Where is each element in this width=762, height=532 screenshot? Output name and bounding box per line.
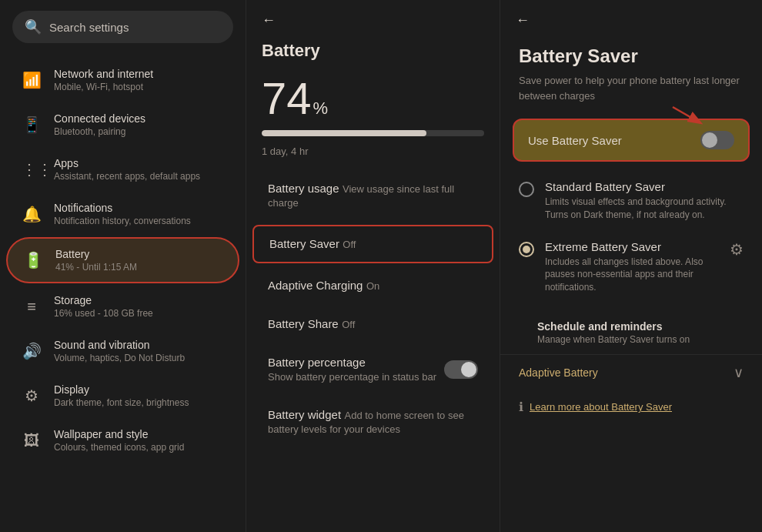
extreme-label: Extreme Battery Saver <box>545 240 730 253</box>
nav-subtitle: Notification history, conversations <box>54 216 191 226</box>
chevron-down-icon: ∨ <box>734 364 744 381</box>
right-panel: ← Battery Saver Save power to help your … <box>500 0 762 532</box>
battery-share-subtitle: Off <box>342 319 355 330</box>
nav-subtitle: 41% - Until 1:15 AM <box>55 262 137 273</box>
battery-usage-item[interactable]: Battery usage View usage since last full… <box>252 171 493 220</box>
nav-title: Wallpaper and style <box>54 428 184 440</box>
battery-percent: % <box>313 99 329 119</box>
learn-more-row[interactable]: ℹ Learn more about Battery Saver <box>500 390 762 423</box>
nav-items: 📶 Network and internet Mobile, Wi-Fi, ho… <box>0 54 246 532</box>
right-header: ← <box>500 0 762 41</box>
volume-icon: 🔊 <box>22 342 42 360</box>
battery-percentage-toggle[interactable] <box>444 360 478 379</box>
nav-subtitle: 16% used - 108 GB free <box>54 308 153 319</box>
standard-battery-saver-option[interactable]: Standard Battery Saver Limits visual eff… <box>500 171 762 231</box>
nav-subtitle: Dark theme, font size, brightness <box>54 397 189 408</box>
battery-icon: 🔋 <box>23 251 43 269</box>
search-icon: 🔍 <box>25 18 42 35</box>
battery-bar-fill <box>262 130 426 136</box>
wifi-icon: 📶 <box>22 71 42 89</box>
schedule-desc: Manage when Battery Saver turns on <box>519 334 744 354</box>
middle-panel: ← Battery 74 % 1 day, 4 hr Battery usage… <box>246 0 500 532</box>
sidebar-item-wallpaper[interactable]: 🖼 Wallpaper and style Colours, themed ic… <box>6 419 239 462</box>
sidebar-item-notifications[interactable]: 🔔 Notifications Notification history, co… <box>6 192 239 236</box>
apps-icon: ⋮⋮ <box>22 160 42 179</box>
extreme-radio[interactable] <box>519 242 534 257</box>
battery-share-item[interactable]: Battery Share Off <box>252 306 493 342</box>
sidebar-item-apps[interactable]: ⋮⋮ Apps Assistant, recent apps, default … <box>6 148 239 191</box>
battery-saver-title: Battery Saver <box>269 237 339 250</box>
battery-time: 1 day, 4 hr <box>246 142 500 169</box>
nav-title: Battery <box>55 248 137 260</box>
standard-desc: Limits visual effects and background act… <box>545 196 744 222</box>
wallpaper-icon: 🖼 <box>22 432 42 450</box>
battery-saver-item[interactable]: Battery Saver Off <box>252 225 493 263</box>
schedule-label: Schedule and reminders <box>519 311 744 334</box>
sidebar-item-battery[interactable]: 🔋 Battery 41% - Until 1:15 AM <box>6 237 239 283</box>
svg-line-0 <box>673 107 700 122</box>
battery-saver-title: Battery Saver <box>500 41 762 73</box>
battery-share-title: Battery Share <box>268 317 339 330</box>
nav-title: Sound and vibration <box>54 339 185 351</box>
battery-percentage-subtitle: Show battery percentage in status bar <box>268 371 436 383</box>
battery-bar <box>262 130 484 136</box>
sidebar-item-sound[interactable]: 🔊 Sound and vibration Volume, haptics, D… <box>6 330 239 373</box>
battery-widget-title: Battery widget <box>268 408 341 421</box>
nav-subtitle: Mobile, Wi-Fi, hotspot <box>54 82 153 92</box>
search-input[interactable]: Search settings <box>49 21 129 34</box>
back-button[interactable]: ← <box>262 12 276 28</box>
gear-icon[interactable]: ⚙ <box>730 240 744 259</box>
adaptive-battery-label: Adaptive Battery <box>519 366 598 379</box>
battery-number: 74 <box>262 76 312 121</box>
learn-more-link[interactable]: Learn more about Battery Saver <box>530 401 672 413</box>
nav-title: Display <box>54 383 189 396</box>
use-battery-saver-toggle[interactable] <box>700 131 734 149</box>
info-icon: ℹ <box>519 400 523 414</box>
right-back-button[interactable]: ← <box>516 12 530 28</box>
adaptive-charging-item[interactable]: Adaptive Charging On <box>252 268 493 303</box>
storage-icon: ≡ <box>22 298 42 316</box>
middle-header: ← <box>246 0 500 41</box>
nav-subtitle: Assistant, recent apps, default apps <box>54 171 200 182</box>
devices-icon: 📱 <box>22 115 42 134</box>
battery-saver-subtitle: Save power to help your phone battery la… <box>500 73 762 115</box>
standard-label: Standard Battery Saver <box>545 180 744 193</box>
nav-subtitle: Volume, haptics, Do Not Disturb <box>54 353 185 363</box>
left-panel: 🔍 Search settings 📶 Network and internet… <box>0 0 246 532</box>
nav-subtitle: Bluetooth, pairing <box>54 126 145 137</box>
nav-title: Apps <box>54 157 200 169</box>
sidebar-item-display[interactable]: ⚙ Display Dark theme, font size, brightn… <box>6 374 239 417</box>
sidebar-item-storage[interactable]: ≡ Storage 16% used - 108 GB free <box>6 285 239 328</box>
sidebar-item-connected[interactable]: 📱 Connected devices Bluetooth, pairing <box>6 103 239 146</box>
battery-percentage-title: Battery percentage <box>268 356 366 369</box>
extreme-desc: Includes all changes listed above. Also … <box>545 256 730 294</box>
display-icon: ⚙ <box>22 386 42 405</box>
battery-level-display: 74 % <box>246 69 500 124</box>
schedule-section: Schedule and reminders Manage when Batte… <box>500 303 762 354</box>
use-battery-saver-label: Use Battery Saver <box>528 134 622 147</box>
battery-usage-title: Battery usage <box>268 182 339 195</box>
nav-title: Storage <box>54 294 153 306</box>
battery-saver-subtitle: Off <box>343 239 356 250</box>
adaptive-charging-title: Adaptive Charging <box>268 279 363 292</box>
extreme-battery-saver-option[interactable]: Extreme Battery Saver Includes all chang… <box>500 231 762 303</box>
battery-percentage-item[interactable]: Battery percentage Show battery percenta… <box>252 345 493 394</box>
adaptive-battery-row[interactable]: Adaptive Battery ∨ <box>500 354 762 390</box>
battery-widget-item[interactable]: Battery widget Add to home screen to see… <box>252 397 493 447</box>
adaptive-charging-subtitle: On <box>366 280 379 292</box>
battery-panel-title: Battery <box>246 41 500 69</box>
sidebar-item-network[interactable]: 📶 Network and internet Mobile, Wi-Fi, ho… <box>6 59 239 102</box>
bell-icon: 🔔 <box>22 205 42 223</box>
search-bar[interactable]: 🔍 Search settings <box>12 11 233 43</box>
nav-subtitle: Colours, themed icons, app grid <box>54 442 184 453</box>
nav-title: Network and internet <box>54 68 153 80</box>
nav-title: Notifications <box>54 202 191 214</box>
nav-title: Connected devices <box>54 112 145 125</box>
use-battery-saver-row[interactable]: Use Battery Saver <box>513 119 750 162</box>
standard-radio[interactable] <box>519 182 534 197</box>
red-arrow-indicator <box>665 103 711 126</box>
